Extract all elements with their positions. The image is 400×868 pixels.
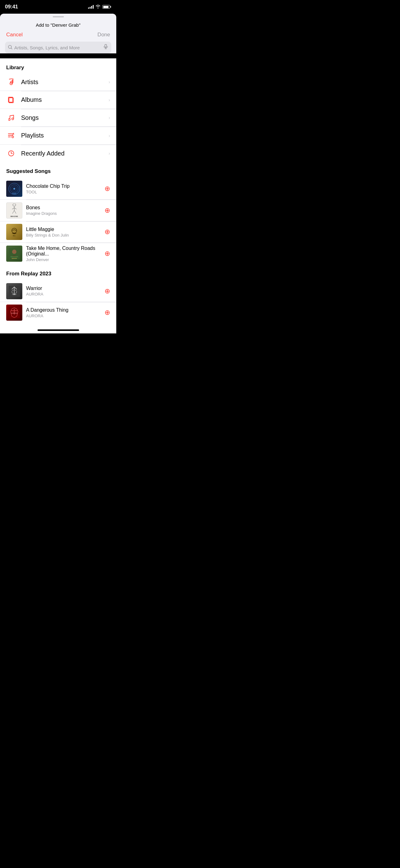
suggested-songs-section: Suggested Songs TOOL (0, 167, 116, 265)
svg-point-12 (13, 188, 15, 190)
home-indicator (0, 323, 116, 333)
song-item-chocolate-chip-trip[interactable]: TOOL Chocolate Chip Trip TOOL ⊕ (0, 178, 116, 199)
library-item-albums[interactable]: Albums › (0, 91, 116, 109)
song-title-little-maggie: Little Maggie (26, 227, 102, 232)
library-item-recently-added[interactable]: Recently Added › (0, 145, 116, 162)
playlists-label: Playlists (21, 132, 108, 139)
song-item-take-me-home[interactable]: DENVER Take Me Home, Country Roads (Orig… (0, 243, 116, 265)
done-button[interactable]: Done (97, 32, 110, 38)
library-item-playlists[interactable]: Playlists › (0, 127, 116, 145)
replay-songs-list: Warrior AURORA ⊕ AURORA (0, 281, 116, 323)
library-list: Artists › Albums › (0, 73, 116, 162)
svg-point-23 (12, 250, 16, 254)
replay-section: From Replay 2023 (0, 270, 116, 323)
signal-bars-icon (88, 5, 94, 9)
sheet-handle (53, 16, 64, 18)
suggested-songs-header: Suggested Songs (0, 167, 116, 178)
svg-point-7 (12, 136, 14, 138)
add-button-take-me-home[interactable]: ⊕ (104, 250, 110, 258)
song-info-little-maggie: Little Maggie Billy Strings & Don Julin (26, 227, 102, 238)
playlists-chevron: › (108, 133, 110, 138)
song-info-warrior: Warrior AURORA (26, 286, 102, 297)
song-artist-dangerous-thing: AURORA (26, 314, 102, 318)
add-button-chocolate-chip-trip[interactable]: ⊕ (104, 185, 110, 193)
song-artist-bones: Imagine Dragons (26, 211, 102, 216)
svg-text:TOOL: TOOL (12, 193, 16, 195)
recently-added-label: Recently Added (21, 150, 108, 157)
song-artist-little-maggie: Billy Strings & Don Julin (26, 233, 102, 238)
status-bar: 09:41 (0, 0, 116, 14)
song-item-dangerous-thing[interactable]: AURORA A Dangerous Thing AURORA ⊕ (0, 302, 116, 323)
album-art-little-maggie: BILL (6, 224, 22, 240)
sheet-container: Add to "Denver Grab" Cancel Done (0, 18, 116, 53)
songs-label: Songs (21, 114, 108, 121)
replay-section-title: From Replay 2023 (6, 271, 52, 277)
recently-added-chevron: › (108, 151, 110, 156)
song-info-dangerous-thing: A Dangerous Thing AURORA (26, 307, 102, 318)
albums-chevron: › (108, 97, 110, 102)
main-content: Library Artists › Albums › (0, 58, 116, 333)
sheet-title: Add to "Denver Grab" (36, 22, 80, 28)
song-title-dangerous-thing: A Dangerous Thing (26, 307, 102, 313)
svg-text:AURORA: AURORA (11, 312, 18, 314)
battery-icon (102, 5, 110, 9)
album-art-take-me-home: DENVER (6, 246, 22, 262)
search-input[interactable] (14, 45, 101, 50)
song-item-little-maggie[interactable]: BILL Little Maggie Billy Strings & Don J… (0, 221, 116, 243)
svg-line-17 (14, 208, 16, 209)
song-info-take-me-home: Take Me Home, Country Roads (Original...… (26, 246, 102, 262)
search-bar[interactable] (5, 41, 111, 53)
svg-rect-1 (105, 44, 107, 47)
replay-section-header: From Replay 2023 (0, 270, 116, 281)
song-item-bones[interactable]: IMAGINE Bones Imagine Dragons ⊕ (0, 200, 116, 221)
albums-label: Albums (21, 96, 108, 103)
add-button-bones[interactable]: ⊕ (104, 207, 110, 215)
wifi-icon (96, 4, 100, 9)
song-artist-chocolate-chip-trip: TOOL (26, 190, 102, 194)
album-art-warrior (6, 283, 22, 299)
artists-chevron: › (108, 80, 110, 85)
sheet-handle-area (0, 14, 116, 18)
svg-text:BILL: BILL (13, 235, 16, 237)
search-icon (8, 45, 12, 50)
home-bar (37, 330, 79, 331)
svg-text:DENVER: DENVER (12, 258, 17, 259)
cancel-button[interactable]: Cancel (6, 32, 23, 38)
songs-icon (6, 113, 16, 123)
recently-added-icon (6, 148, 16, 158)
song-info-chocolate-chip-trip: Chocolate Chip Trip TOOL (26, 183, 102, 194)
status-time: 09:41 (5, 4, 18, 10)
playlists-icon (6, 131, 16, 141)
add-button-little-maggie[interactable]: ⊕ (104, 228, 110, 236)
svg-line-16 (12, 208, 14, 209)
artists-icon (6, 77, 16, 87)
song-title-chocolate-chip-trip: Chocolate Chip Trip (26, 183, 102, 189)
album-art-chocolate-chip-trip: TOOL (6, 181, 22, 197)
sheet-header: Add to "Denver Grab" (0, 18, 116, 30)
add-button-warrior[interactable]: ⊕ (104, 287, 110, 295)
song-artist-warrior: AURORA (26, 292, 102, 297)
song-artist-take-me-home: John Denver (26, 257, 102, 262)
library-item-songs[interactable]: Songs › (0, 109, 116, 127)
song-title-bones: Bones (26, 205, 102, 211)
song-info-bones: Bones Imagine Dragons (26, 205, 102, 216)
library-section-title: Library (6, 65, 24, 70)
song-title-take-me-home: Take Me Home, Country Roads (Original... (26, 246, 102, 257)
song-item-warrior[interactable]: Warrior AURORA ⊕ (0, 281, 116, 302)
library-item-artists[interactable]: Artists › (0, 73, 116, 91)
songs-chevron: › (108, 115, 110, 120)
suggested-songs-list: TOOL Chocolate Chip Trip TOOL ⊕ (0, 178, 116, 265)
artists-label: Artists (21, 79, 108, 86)
sheet-actions: Cancel Done (0, 30, 116, 41)
svg-line-18 (12, 211, 14, 214)
library-section-header: Library (0, 58, 116, 73)
suggested-songs-title: Suggested Songs (6, 168, 51, 174)
album-art-bones: IMAGINE (6, 203, 22, 219)
add-button-dangerous-thing[interactable]: ⊕ (104, 309, 110, 317)
albums-icon (6, 95, 16, 105)
mic-icon[interactable] (103, 44, 108, 51)
svg-line-19 (14, 211, 16, 214)
svg-point-14 (13, 204, 16, 206)
song-title-warrior: Warrior (26, 286, 102, 291)
status-icons (88, 4, 110, 9)
